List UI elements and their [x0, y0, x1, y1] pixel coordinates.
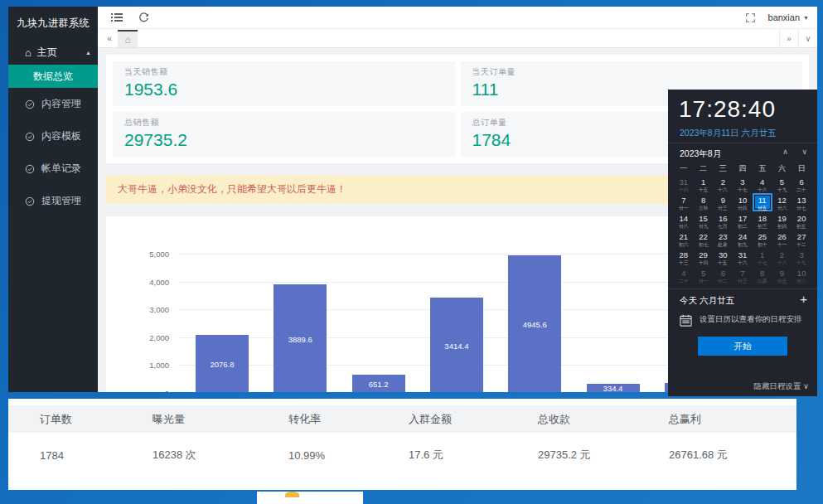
calendar-day-today[interactable]: 11廿五	[753, 193, 772, 211]
start-button[interactable]: 开始	[698, 337, 787, 356]
day-number: 31	[675, 178, 692, 187]
calendar-day[interactable]: 1十五	[694, 175, 714, 193]
calendar-prev-icon[interactable]: ∧	[782, 148, 788, 156]
calendar-next-icon[interactable]: ∨	[801, 148, 807, 156]
calendar-day[interactable]: 6廿二	[713, 266, 733, 284]
weekday-label: 一	[674, 163, 694, 174]
tabs-scroll-right-icon[interactable]: »	[779, 29, 798, 47]
sidebar-fold-icon[interactable]	[108, 8, 126, 27]
calendar-day[interactable]: 26十一	[772, 230, 792, 248]
user-menu[interactable]: banxian ▼	[768, 12, 809, 22]
calendar-day[interactable]: 9廿三	[713, 193, 733, 211]
calendar-day[interactable]: 2十六	[713, 175, 733, 193]
day-number: 10	[734, 196, 751, 205]
day-lunar-label: 十九	[794, 260, 809, 265]
hide-schedule-link[interactable]: 隐藏日程设置 ∨	[753, 381, 809, 392]
app-title: 九块九进群系统	[8, 7, 98, 40]
calendar-day[interactable]: 7廿三	[733, 266, 753, 284]
calendar-day[interactable]: 9廿五	[772, 266, 792, 284]
calendar-day[interactable]: 10廿四	[733, 193, 753, 211]
weekday-label: 三	[713, 163, 733, 174]
calendar-day[interactable]: 15廿九	[694, 211, 714, 230]
sidebar: 九块九进群系统 ⌂ 主页 ▲ 数据总览 内容管理内容模板帐单记录提现管理	[8, 7, 98, 392]
calendar-day[interactable]: 31十六	[733, 248, 753, 266]
table-value-cell: 10.99%	[288, 449, 409, 462]
calendar-day[interactable]: 16七月	[713, 211, 733, 230]
day-number: 6	[793, 178, 810, 187]
calendar-day[interactable]: 19初四	[772, 211, 792, 230]
background-window-edge	[257, 492, 363, 504]
tabs-bar: « ⌂ » ∨	[98, 28, 817, 48]
tabs-scroll-left-icon[interactable]: «	[101, 33, 118, 43]
day-lunar-label: 十八	[755, 187, 770, 192]
refresh-icon[interactable]	[134, 8, 152, 27]
day-number: 24	[734, 233, 751, 241]
calendar-day[interactable]: 4十八	[753, 175, 772, 193]
day-lunar-label: 廿六	[775, 206, 790, 211]
fullscreen-icon[interactable]	[742, 8, 760, 27]
sidebar-item-提现管理[interactable]: 提现管理	[8, 185, 98, 217]
calendar-today-label: 今天 六月廿五	[680, 295, 734, 307]
calendar-day[interactable]: 4二十	[674, 266, 694, 284]
y-axis-tick-label: 5,000	[111, 250, 169, 259]
calendar-day[interactable]: 13廿七	[792, 193, 811, 211]
bar-value-label: 4945.6	[523, 319, 547, 328]
calendar-day[interactable]: 2十八	[772, 248, 792, 266]
sidebar-item-内容模板[interactable]: 内容模板	[8, 120, 98, 153]
day-lunar-label: 二十	[676, 279, 691, 284]
circle-check-icon	[25, 164, 35, 174]
tabs-menu-icon[interactable]: ∨	[798, 29, 817, 47]
calendar-day[interactable]: 3十七	[733, 175, 753, 193]
table-header-cell: 订单数	[40, 412, 152, 427]
calendar-day[interactable]: 7廿一	[674, 193, 694, 211]
table-value-cell: 29735.2 元	[538, 448, 669, 463]
calendar-day[interactable]: 8立秋	[694, 193, 714, 211]
calendar-day[interactable]: 27十二	[792, 230, 811, 248]
day-lunar-label: 廿六	[794, 279, 809, 284]
calendar-day[interactable]: 29十四	[694, 248, 714, 266]
day-lunar-label: 十五	[696, 187, 711, 192]
calendar-day[interactable]: 25初十	[753, 230, 772, 248]
flyout-divider2	[668, 288, 817, 289]
calendar-day[interactable]: 10廿六	[792, 266, 811, 284]
calendar-day[interactable]: 23处暑	[713, 230, 733, 248]
table-value-cell: 16238 次	[152, 448, 288, 463]
sidebar-item-内容管理[interactable]: 内容管理	[8, 88, 98, 120]
tab-home[interactable]: ⌂	[118, 30, 138, 47]
weekday-label: 四	[733, 163, 753, 174]
day-number: 29	[695, 251, 712, 259]
day-number: 2	[714, 178, 731, 187]
sidebar-item-home[interactable]: ⌂ 主页 ▲	[8, 40, 98, 65]
calendar-day[interactable]: 5十九	[772, 175, 792, 193]
calendar-day[interactable]: 3十九	[792, 248, 811, 266]
day-lunar-label: 十七	[755, 260, 770, 265]
calendar-month-label[interactable]: 2023年8月	[680, 148, 721, 160]
calendar-day[interactable]: 14廿八	[674, 211, 694, 230]
calendar-day[interactable]: 28十三	[674, 248, 694, 266]
calendar-day[interactable]: 6二十	[792, 175, 811, 193]
calendar-day[interactable]: 20初五	[792, 211, 811, 230]
add-event-icon[interactable]: +	[800, 292, 807, 306]
calendar-day[interactable]: 31十四	[674, 175, 694, 193]
calendar-day[interactable]: 30十五	[713, 248, 733, 266]
day-lunar-label: 廿四	[735, 206, 750, 211]
calendar-day[interactable]: 1十七	[753, 248, 772, 266]
calendar-day[interactable]: 17初二	[733, 211, 753, 230]
sidebar-menu: 内容管理内容模板帐单记录提现管理	[8, 88, 98, 217]
calendar-day[interactable]: 21初六	[674, 230, 694, 248]
day-number: 17	[734, 215, 751, 223]
calendar-day[interactable]: 12廿六	[772, 193, 792, 211]
calendar-day[interactable]: 24初九	[733, 230, 753, 248]
summary-table-row: 178416238 次10.99%17.6 元29735.2 元26761.68…	[8, 438, 796, 472]
calendar-day[interactable]: 8白露	[753, 266, 772, 284]
bar-value-label: 2076.8	[210, 360, 234, 369]
calendar-day[interactable]: 22初七	[694, 230, 714, 248]
sidebar-item-帐单记录[interactable]: 帐单记录	[8, 153, 98, 185]
day-lunar-label: 十四	[696, 260, 711, 265]
calendar-day[interactable]: 5廿一	[694, 266, 714, 284]
day-lunar-label: 廿五	[755, 206, 770, 211]
calendar-day[interactable]: 18初三	[753, 211, 772, 230]
day-lunar-label: 廿一	[676, 206, 691, 211]
sidebar-item-data-overview[interactable]: 数据总览	[8, 65, 98, 88]
clock-date-link[interactable]: 2023年8月11日 六月廿五	[680, 128, 777, 139]
